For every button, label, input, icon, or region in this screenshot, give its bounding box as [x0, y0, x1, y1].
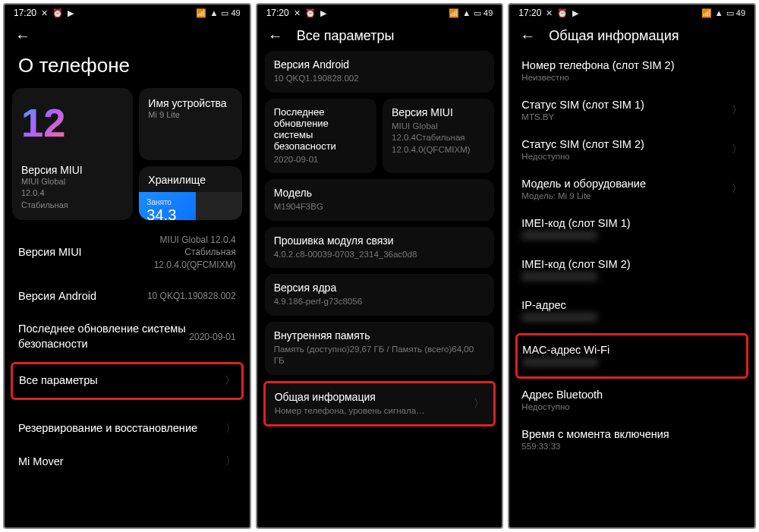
block-security-update[interactable]: Последнее обновление системы безопасност… [265, 99, 376, 174]
signal-icon: 📶 [196, 8, 206, 18]
miui-version-card[interactable]: 12 Версия MIUI MIUI Global12.0.4Стабильн… [12, 88, 133, 220]
page-title: О телефоне [5, 51, 250, 88]
row-sub: Модель: Mi 9 Lite [521, 191, 646, 200]
wifi-icon: ▲ [462, 8, 471, 17]
row-sub [521, 272, 630, 282]
wifi-icon: ▲ [715, 8, 723, 17]
row-sub: Неизвестно [521, 73, 674, 82]
status-time: 17:20 [14, 8, 36, 18]
header: ← [5, 20, 250, 51]
device-label: Имя устройства [148, 97, 232, 109]
info-row[interactable]: Статус SIM (слот SIM 1)MTS.BY〉 [517, 90, 747, 130]
battery-icon: ▭ 49 [221, 8, 240, 18]
chevron-right-icon: 〉 [732, 143, 742, 156]
status-bar: 17:20 ✕ ⏰ ▶ 📶 ▲ ▭ 49 [5, 5, 250, 20]
info-row: MAC-адрес Wi-Fi [515, 333, 748, 379]
block-model[interactable]: Модель M1904F3BG [265, 179, 495, 221]
row-title: IMEI-код (слот SIM 1) [521, 217, 630, 229]
back-icon[interactable]: ← [15, 27, 30, 45]
block-baseband[interactable]: Прошивка модуля связи 4.0.2.c8-00039-070… [265, 227, 495, 269]
row-backup[interactable]: Резервирование и восстановление 〉 [12, 412, 242, 445]
chevron-right-icon: 〉 [225, 422, 236, 436]
row-sub: MTS.BY [521, 112, 644, 121]
row-title: IMEI-код (слот SIM 2) [521, 258, 630, 270]
row-title: Время с момента включения [521, 428, 669, 440]
wifi-icon: ▲ [209, 8, 218, 17]
back-icon[interactable]: ← [520, 27, 535, 45]
phone-screen-about: 17:20 ✕ ⏰ ▶ 📶 ▲ ▭ 49 ← О телефоне 12 Вер… [3, 3, 251, 529]
video-icon: ▶ [320, 8, 326, 18]
chevron-right-icon: 〉 [225, 455, 236, 468]
block-general-info[interactable]: Общая информация Номер телефона, уровень… [263, 381, 496, 427]
info-row[interactable]: Модель и оборудованиеМодель: Mi 9 Lite〉 [517, 169, 747, 209]
row-security-update[interactable]: Последнее обновление системы безопасност… [12, 313, 242, 360]
row-sub [521, 313, 597, 323]
device-name-card[interactable]: Имя устройства Mi 9 Lite [139, 88, 241, 160]
mute-icon: ✕ [294, 8, 301, 18]
row-sub [522, 357, 609, 368]
row-sub: Недоступно [521, 402, 603, 411]
info-row: Время с момента включения559:33:33 [517, 420, 747, 459]
row-title: MAC-адрес Wi-Fi [522, 344, 609, 356]
info-row: IMEI-код (слот SIM 2) [517, 250, 747, 291]
header: ← Общая информация [509, 20, 754, 51]
info-row: IP-адрес [517, 291, 747, 332]
row-title: Адрес Bluetooth [521, 389, 603, 401]
row-android-version[interactable]: Версия Android 10 QKQ1.190828.002 [12, 280, 242, 313]
battery-icon: ▭ 49 [474, 8, 493, 18]
status-bar: 17:20 ✕ ⏰ ▶ 📶 ▲ ▭ 49 [509, 5, 754, 20]
svg-text:12: 12 [21, 100, 65, 145]
chevron-right-icon: 〉 [225, 374, 235, 388]
alarm-icon: ⏰ [557, 8, 568, 18]
row-title: IP-адрес [521, 299, 597, 311]
battery-icon: ▭ 49 [726, 8, 745, 18]
back-icon[interactable]: ← [268, 27, 283, 45]
row-miui-version[interactable]: Версия MIUI MIUI Global 12.0.4 Стабильна… [12, 225, 242, 280]
info-row: Адрес BluetoothНедоступно [517, 380, 747, 420]
chevron-right-icon: 〉 [732, 182, 742, 196]
signal-icon: 📶 [449, 8, 459, 18]
block-kernel[interactable]: Версия ядра 4.9.186-perf-g73c8056 [265, 274, 495, 316]
video-icon: ▶ [68, 8, 74, 18]
block-android-version[interactable]: Версия Android 10 QKQ1.190828.002 [265, 51, 495, 93]
storage-bar: Занято 34,3 ГБ / 64 ГБ [139, 192, 241, 220]
info-row: IMEI-код (слот SIM 1) [517, 209, 747, 250]
chevron-right-icon: 〉 [732, 103, 742, 117]
row-title: Номер телефона (слот SIM 2) [521, 59, 674, 71]
row-title: Статус SIM (слот SIM 1) [521, 99, 644, 111]
phone-screen-all-params: 17:20 ✕ ⏰ ▶ 📶 ▲ ▭ 49 ← Все параметры Вер… [256, 3, 504, 529]
status-bar: 17:20 ✕ ⏰ ▶ 📶 ▲ ▭ 49 [257, 5, 502, 20]
mute-icon: ✕ [546, 8, 553, 18]
row-all-params[interactable]: Все параметры 〉 [11, 362, 244, 400]
row-mi-mover[interactable]: Mi Mover 〉 [12, 445, 242, 479]
storage-label: Хранилище [139, 166, 241, 192]
header: ← Все параметры [257, 20, 502, 51]
alarm-icon: ⏰ [52, 8, 63, 18]
row-title: Статус SIM (слот SIM 2) [521, 138, 644, 150]
signal-icon: 📶 [701, 8, 712, 18]
row-sub: 559:33:33 [521, 442, 669, 451]
page-title: Все параметры [297, 28, 395, 44]
video-icon: ▶ [572, 8, 578, 18]
block-miui-version[interactable]: Версия MIUI MIUI Global 12.0.4Стабильная… [383, 99, 494, 174]
row-sub [521, 231, 630, 241]
info-row: Номер телефона (слот SIM 2)Неизвестно [517, 51, 747, 90]
device-value: Mi 9 Lite [148, 109, 232, 121]
chevron-right-icon: 〉 [474, 397, 484, 411]
mute-icon: ✕ [41, 8, 48, 18]
storage-card[interactable]: Хранилище Занято 34,3 ГБ / 64 ГБ [139, 166, 241, 220]
page-title: Общая информация [549, 28, 679, 44]
miui12-logo: 12 [21, 97, 97, 150]
alarm-icon: ⏰ [305, 8, 316, 18]
miui-label: Версия MIUI [21, 164, 124, 176]
info-row[interactable]: Статус SIM (слот SIM 2)Недоступно〉 [517, 130, 747, 169]
row-sub: Недоступно [521, 152, 644, 161]
row-title: Модель и оборудование [521, 178, 646, 190]
phone-screen-general-info: 17:20 ✕ ⏰ ▶ 📶 ▲ ▭ 49 ← Общая информация … [508, 3, 756, 529]
block-internal-memory[interactable]: Внутренняя память Память (доступно)29,67… [265, 322, 495, 375]
